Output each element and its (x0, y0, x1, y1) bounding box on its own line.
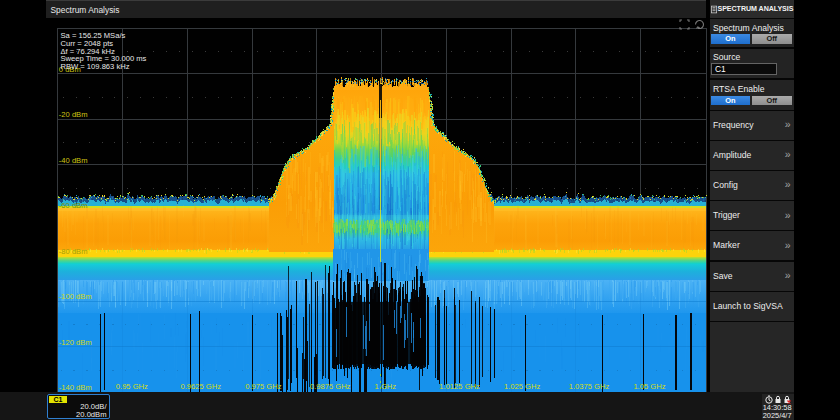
svg-text:1.05 GHz: 1.05 GHz (633, 382, 665, 391)
svg-text:0.9875 GHz: 0.9875 GHz (310, 382, 351, 391)
svg-text:-120 dBm: -120 dBm (59, 338, 92, 347)
svg-text:0.975 GHz: 0.975 GHz (245, 382, 282, 391)
svg-text:-60 dBm: -60 dBm (59, 201, 88, 210)
svg-text:RBW = 109.863 kHz: RBW = 109.863 kHz (61, 62, 130, 71)
svg-text:0.95 GHz: 0.95 GHz (116, 382, 148, 391)
svg-text:1.0375 GHz: 1.0375 GHz (569, 382, 610, 391)
svg-text:-100 dBm: -100 dBm (59, 292, 92, 301)
svg-text:-140 dBm: -140 dBm (59, 383, 92, 392)
svg-text:1 GHz: 1 GHz (375, 382, 397, 391)
svg-text:1.025 GHz: 1.025 GHz (504, 382, 541, 391)
svg-text:-20 dBm: -20 dBm (59, 110, 88, 119)
svg-text:-80 dBm: -80 dBm (59, 247, 88, 256)
svg-text:1.0125 GHz: 1.0125 GHz (439, 382, 480, 391)
svg-text:-40 dBm: -40 dBm (59, 156, 88, 165)
svg-text:0.9625 GHz: 0.9625 GHz (181, 382, 222, 391)
